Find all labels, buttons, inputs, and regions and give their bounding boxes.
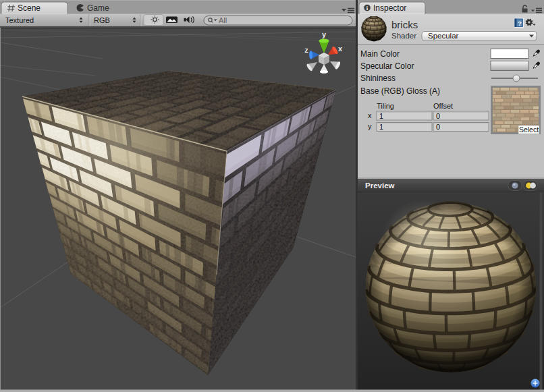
svg-text:1: 1	[379, 112, 383, 120]
svg-text:0: 0	[436, 112, 440, 120]
svg-text:Specular Color: Specular Color	[360, 61, 414, 71]
svg-text:Inspector: Inspector	[373, 3, 406, 13]
svg-text:Scene: Scene	[18, 3, 40, 13]
svg-text:Specular: Specular	[428, 32, 459, 40]
svg-text:All: All	[219, 16, 227, 24]
svg-text:RGB: RGB	[94, 16, 110, 24]
svg-text:Tiling: Tiling	[377, 102, 394, 110]
svg-text:x: x	[338, 45, 343, 53]
svg-text:Base (RGB) Gloss (A): Base (RGB) Gloss (A)	[360, 86, 440, 96]
svg-text:Main Color: Main Color	[360, 49, 400, 59]
svg-text:0: 0	[436, 123, 440, 131]
svg-text:z: z	[304, 46, 308, 54]
svg-text:x: x	[368, 111, 372, 119]
svg-text:Offset: Offset	[433, 102, 453, 110]
svg-text:?: ?	[518, 20, 522, 27]
svg-text:Shader: Shader	[391, 32, 416, 40]
svg-text:Select: Select	[519, 125, 539, 134]
svg-text:Game: Game	[87, 3, 109, 13]
svg-text:bricks: bricks	[391, 19, 418, 30]
svg-text:Textured: Textured	[5, 16, 34, 24]
svg-text:y: y	[322, 30, 327, 38]
svg-text:y: y	[368, 122, 372, 130]
svg-text:Preview: Preview	[365, 181, 395, 190]
svg-text:Shininess: Shininess	[360, 74, 396, 83]
svg-text:1: 1	[379, 123, 383, 131]
